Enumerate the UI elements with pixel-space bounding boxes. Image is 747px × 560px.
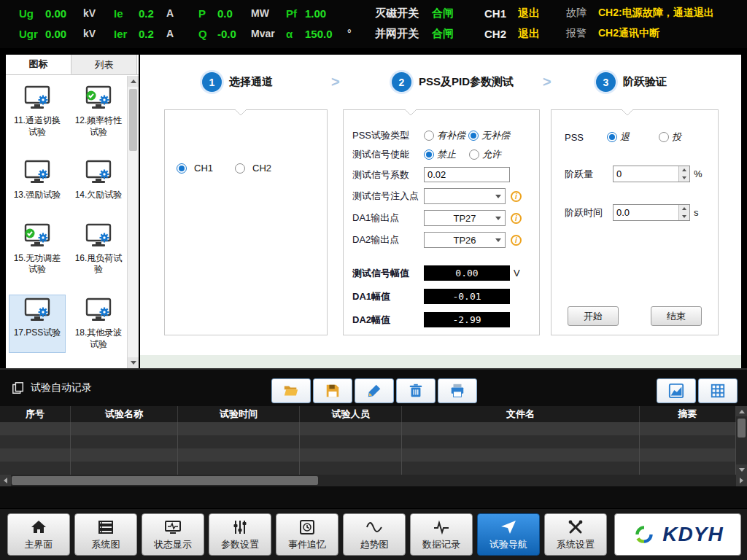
nav-test-navigation-button[interactable]: 试验导航 <box>477 513 540 556</box>
tab-list-view[interactable]: 列表 <box>71 55 137 74</box>
da2-point-select[interactable]: TP26 <box>424 232 506 248</box>
record-row[interactable] <box>0 462 736 475</box>
ch2-label: CH2 <box>484 28 518 40</box>
info-icon[interactable] <box>511 235 522 246</box>
spin-up-icon[interactable] <box>679 205 689 213</box>
spin-down-icon[interactable] <box>679 174 689 182</box>
sidebar-item-load-rejection-test[interactable]: 16.甩负荷试验 <box>70 220 127 279</box>
monitor-gear-icon <box>21 160 53 186</box>
col-filename[interactable]: 文件名 <box>402 406 640 422</box>
start-button[interactable]: 开始 <box>568 306 619 326</box>
nav-event-recall-button[interactable]: 事件追忆 <box>276 513 338 556</box>
scroll-down-icon[interactable] <box>736 464 747 475</box>
scroll-down-icon[interactable] <box>128 357 139 368</box>
sidebar-item-pss-test[interactable]: 17.PSS试验 <box>9 295 66 353</box>
scroll-up-icon[interactable] <box>736 406 747 416</box>
allow-radio[interactable] <box>469 149 479 160</box>
sidebar-item-frequency-test[interactable]: 12.频率特性试验 <box>70 82 127 141</box>
sidebar-item-reactive-droop-test[interactable]: 15.无功调差试验 <box>9 220 66 279</box>
step-time-label: 阶跃时间 <box>565 206 613 219</box>
sidebar-item-label: 17.PSS试验 <box>10 327 64 339</box>
col-tester[interactable]: 试验人员 <box>300 406 402 422</box>
nav-system-diagram-button[interactable]: 系统图 <box>74 513 137 556</box>
sidebar-item-underexcitation-test[interactable]: 14.欠励试验 <box>70 157 127 204</box>
delete-button[interactable] <box>396 378 436 403</box>
pss-out-radio[interactable] <box>607 132 617 142</box>
table-cell <box>640 422 736 435</box>
chart-view-button[interactable] <box>657 378 696 403</box>
info-icon[interactable] <box>511 213 522 224</box>
meter-alpha-value: 150.0 <box>305 28 347 40</box>
table-view-button[interactable] <box>698 378 738 403</box>
scroll-right-icon[interactable] <box>736 475 747 486</box>
sidebar-item-channel-switch-test[interactable]: 11.通道切换试验 <box>9 82 66 141</box>
record-horizontal-scrollbar[interactable] <box>0 475 747 486</box>
scrollbar-thumb[interactable] <box>129 89 137 151</box>
table-cell <box>300 435 402 448</box>
info-icon[interactable] <box>511 191 522 202</box>
nav-data-record-button[interactable]: 数据记录 <box>410 513 473 556</box>
meter-ugr-unit: kV <box>83 28 114 39</box>
sidebar-item-other-recording-test[interactable]: 18.其他录波试验 <box>70 295 127 353</box>
nav-label: 状态显示 <box>154 538 192 551</box>
sidebar-item-overexcitation-test[interactable]: 13.强励试验 <box>9 157 66 204</box>
print-button[interactable] <box>438 378 477 403</box>
record-row[interactable] <box>0 422 736 435</box>
inject-point-select[interactable] <box>424 188 506 204</box>
da2-point-label: DA2输出点 <box>352 233 424 246</box>
step-verification-panel: PSS 退 投 阶跃量 % 阶跃时间 <box>551 109 719 335</box>
sidebar-item-label: 15.无功调差试验 <box>10 253 64 276</box>
compensated-radio[interactable] <box>424 131 434 141</box>
pss-in-radio[interactable] <box>659 132 669 142</box>
meter-ie-value: 0.2 <box>139 7 166 20</box>
nav-system-settings-button[interactable]: 系统设置 <box>544 513 607 556</box>
step-time-input[interactable] <box>614 205 676 220</box>
nav-main-screen-button[interactable]: 主界面 <box>7 513 70 556</box>
record-row[interactable] <box>0 435 736 448</box>
disable-radio[interactable] <box>424 149 434 160</box>
scroll-left-icon[interactable] <box>0 475 11 486</box>
step-amount-unit: % <box>694 168 703 179</box>
monitor-gear-icon <box>82 223 115 249</box>
save-button[interactable] <box>313 378 352 403</box>
tab-icon-view[interactable]: 图标 <box>6 55 71 74</box>
record-vertical-scrollbar[interactable] <box>736 406 747 475</box>
meter-alpha-label: α <box>286 28 305 40</box>
test-item-grid: 11.通道切换试验 12.频率特性试验 13.强励试验 14.欠励试验 15.无… <box>9 82 126 365</box>
step-amount-stepper[interactable] <box>613 166 690 182</box>
scroll-up-icon[interactable] <box>128 76 139 87</box>
sidebar-scrollbar[interactable] <box>127 76 139 368</box>
ch1-radio[interactable] <box>177 163 187 174</box>
channel-select-panel: CH1 CH2 <box>164 109 328 335</box>
nav-parameter-settings-button[interactable]: 参数设置 <box>209 513 271 556</box>
record-row[interactable] <box>0 448 736 462</box>
scrollbar-thumb[interactable] <box>12 476 318 485</box>
meter-ie-unit: A <box>166 7 198 19</box>
col-test-name[interactable]: 试验名称 <box>71 406 178 422</box>
nav-status-display-button[interactable]: 状态显示 <box>142 513 204 556</box>
spin-up-icon[interactable] <box>679 166 689 174</box>
table-cell <box>640 462 736 475</box>
step-amount-input[interactable] <box>614 166 676 182</box>
scrollbar-thumb[interactable] <box>738 419 746 438</box>
uncompensated-radio[interactable] <box>468 131 479 141</box>
meter-q-value: -0.0 <box>217 28 251 40</box>
spin-down-icon[interactable] <box>679 213 689 221</box>
end-button[interactable]: 结束 <box>651 306 702 326</box>
brand-logo: KDYH <box>614 513 741 556</box>
table-cell <box>640 435 736 448</box>
ch2-radio[interactable] <box>235 163 245 174</box>
col-test-time[interactable]: 试验时间 <box>178 406 300 422</box>
disable-label: 禁止 <box>437 148 456 161</box>
table-cell <box>402 435 640 448</box>
signal-coef-input[interactable] <box>424 167 510 182</box>
edit-button[interactable] <box>355 378 394 403</box>
meter-p-unit: MW <box>251 7 286 19</box>
folder-open-icon <box>283 383 299 399</box>
da1-point-select[interactable]: TP27 <box>424 210 506 226</box>
col-summary[interactable]: 摘要 <box>640 406 736 422</box>
col-seq[interactable]: 序号 <box>0 406 71 422</box>
step-time-stepper[interactable] <box>613 204 690 221</box>
open-folder-button[interactable] <box>271 378 311 403</box>
nav-trend-chart-button[interactable]: 趋势图 <box>343 513 406 556</box>
